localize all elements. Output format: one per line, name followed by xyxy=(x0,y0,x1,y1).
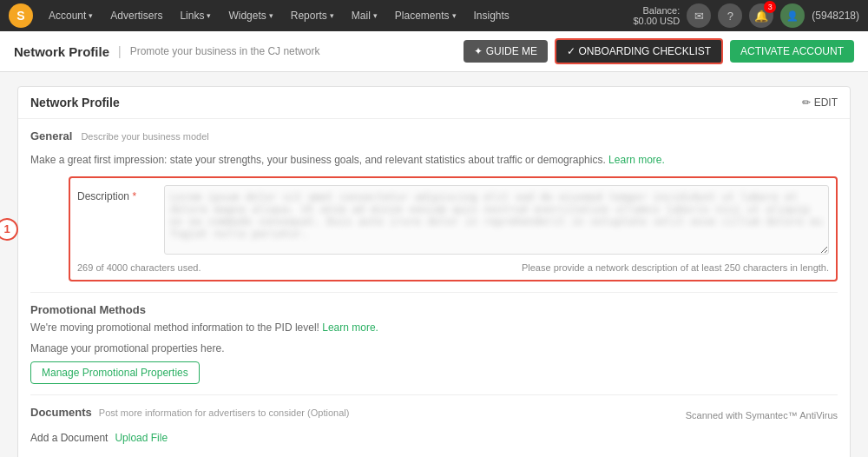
onboarding-checklist-button[interactable]: ✓ ONBOARDING CHECKLIST xyxy=(555,38,723,64)
chevron-down-icon: ▾ xyxy=(89,11,93,20)
upload-file-link[interactable]: Upload File xyxy=(115,432,168,444)
chevron-down-icon: ▾ xyxy=(269,11,273,20)
general-subtitle: Describe your business model xyxy=(81,131,208,142)
guide-me-button[interactable]: ✦ GUIDE ME xyxy=(464,40,548,63)
description-footer: 269 of 4000 characters used. Please prov… xyxy=(77,262,829,273)
description-wrapper: 1 Description * xyxy=(30,176,838,281)
chevron-down-icon: ▾ xyxy=(373,11,378,20)
header-separator: | xyxy=(118,44,122,58)
nav-item-mail[interactable]: Mail ▾ xyxy=(345,10,385,22)
page-subtitle: Promote your business in the CJ network xyxy=(130,45,320,57)
question-icon: ? xyxy=(727,10,733,23)
documents-title: Documents xyxy=(30,406,92,419)
page-title: Network Profile xyxy=(14,44,109,59)
annotation-1: 1 xyxy=(0,218,18,241)
nav-item-links[interactable]: Links ▾ xyxy=(173,10,218,22)
description-textarea[interactable] xyxy=(164,185,829,255)
activate-account-button[interactable]: ACTIVATE ACCOUNT xyxy=(730,40,854,63)
nav-item-account[interactable]: Account ▾ xyxy=(42,10,100,22)
general-info-text: Make a great first impression: state you… xyxy=(30,152,838,168)
avatar-icon: 👤 xyxy=(786,10,799,22)
description-label: Description * xyxy=(77,185,155,257)
promo-title: Promotional Methods xyxy=(30,303,146,316)
nav-item-advertisers[interactable]: Advertisers xyxy=(103,10,169,22)
section-header: Network Profile ✏ EDIT xyxy=(18,87,850,119)
balance-display: Balance: $0.00 USD xyxy=(633,5,680,26)
chars-used: 269 of 4000 characters used. xyxy=(77,262,201,273)
promotional-methods-body: Promotional Methods We're moving promoti… xyxy=(18,293,850,394)
textarea-container xyxy=(164,185,829,257)
nav-item-widgets[interactable]: Widgets ▾ xyxy=(221,10,279,22)
onboarding-btn-wrapper: ✓ ONBOARDING CHECKLIST xyxy=(555,38,723,64)
nav-item-insights[interactable]: Insights xyxy=(467,10,516,22)
help-icon-button[interactable]: ? xyxy=(718,3,742,28)
edit-button[interactable]: ✏ EDIT xyxy=(802,96,838,109)
add-document-row: Add a Document Upload File xyxy=(30,425,838,451)
section-body: General Describe your business model Mak… xyxy=(18,119,850,292)
manage-promotional-properties-button[interactable]: Manage Promotional Properties xyxy=(30,361,200,384)
documents-subtitle: Post more information for advertisers to… xyxy=(99,407,350,418)
section-title: Network Profile xyxy=(30,96,120,109)
learn-more-link[interactable]: Learn more. xyxy=(608,154,665,166)
documents-body: Documents Post more information for adve… xyxy=(18,395,850,457)
general-title: General xyxy=(30,129,72,142)
promo-info: We're moving promotional method informat… xyxy=(30,320,838,335)
network-profile-section: Network Profile ✏ EDIT General Describe … xyxy=(17,86,851,457)
nav-item-placements[interactable]: Placements ▾ xyxy=(388,10,464,22)
logo[interactable]: S xyxy=(9,3,33,28)
chevron-down-icon: ▾ xyxy=(452,11,457,20)
notifications-icon-button[interactable]: 🔔 3 xyxy=(749,3,773,28)
chevron-down-icon: ▾ xyxy=(207,11,211,20)
top-navigation: S Account ▾ Advertisers Links ▾ Widgets … xyxy=(0,0,868,31)
nav-right-area: Balance: $0.00 USD ✉ ? 🔔 3 👤 (5948218) xyxy=(633,3,859,28)
mail-icon: ✉ xyxy=(694,10,704,23)
avatar[interactable]: 👤 xyxy=(780,3,805,28)
page-header-actions: ✦ GUIDE ME ✓ ONBOARDING CHECKLIST ACTIVA… xyxy=(464,38,854,64)
promo-manage-text: Manage your promotional properties here. xyxy=(30,341,838,356)
description-field-row: Description * xyxy=(77,185,829,257)
main-content: Network Profile ✏ EDIT General Describe … xyxy=(0,72,868,457)
page-header: Network Profile | Promote your business … xyxy=(0,31,868,72)
antivirus-label: Scanned with Symantec™ AntiVirus xyxy=(686,410,838,421)
notification-badge: 3 xyxy=(764,1,776,13)
chars-warning: Please provide a network description of … xyxy=(522,262,829,273)
description-highlight-box: Description * 269 of 4000 characters use… xyxy=(69,176,838,281)
promo-learn-more-link[interactable]: Learn more. xyxy=(322,321,378,334)
add-document-label: Add a Document xyxy=(30,432,108,444)
chevron-down-icon: ▾ xyxy=(330,11,334,20)
nav-item-reports[interactable]: Reports ▾ xyxy=(284,10,341,22)
user-id: (5948218) xyxy=(812,10,859,22)
required-star: * xyxy=(132,190,136,202)
mail-icon-button[interactable]: ✉ xyxy=(687,3,711,28)
